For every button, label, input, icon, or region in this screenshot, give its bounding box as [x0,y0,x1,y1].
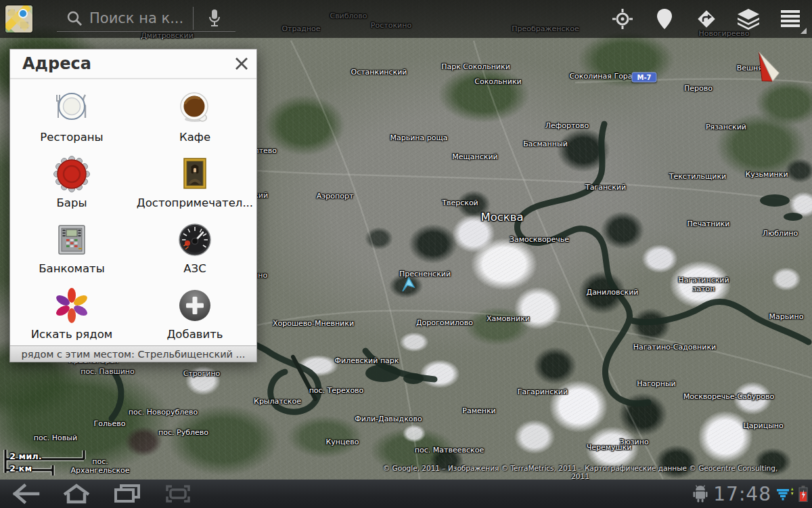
dialog-title: Адреса [22,54,227,73]
directions-button[interactable] [692,3,721,35]
my-location-icon [612,8,633,30]
close-button[interactable] [227,50,256,77]
search-placeholder: Поиск на к... [89,10,193,26]
place-item-add[interactable]: Добавить [133,280,256,346]
battery-icon [798,486,808,502]
recents-icon [114,484,141,504]
menu-icon [780,9,800,28]
gas-station-icon [176,221,214,259]
map-copyright: © Google, 2011 – Изображения © TerraMetr… [382,464,778,480]
place-item-attractions[interactable]: Достопримечател... [133,149,256,215]
near-place-label: рядом с этим местом: Стрельбищенский ... [22,349,246,360]
places-grid: Рестораны Кафе Бары Достопримечател... [10,79,256,346]
action-bar: Поиск на к... [0,0,812,38]
back-button[interactable] [0,480,51,508]
place-item-label: Кафе [179,131,210,144]
screenshot-button[interactable] [152,480,203,508]
layers-button[interactable] [734,3,763,35]
screenshot-icon [164,484,192,503]
android-robot-icon [692,485,708,503]
close-icon [234,56,249,71]
clock: 17:48 [713,483,771,505]
home-button[interactable] [51,480,102,508]
place-item-label: АЗС [183,262,206,275]
mic-icon [208,9,221,28]
place-item-search-nearby[interactable]: Искать рядом [10,280,133,346]
search-icon [66,10,83,26]
home-icon [62,484,91,504]
compass-north-icon[interactable] [747,47,786,89]
search-input[interactable]: Поиск на к... [57,5,235,32]
place-item-label: Добавить [166,328,223,341]
add-icon [176,287,214,324]
signal-icon [776,485,794,503]
bars-icon [53,155,91,193]
places-button[interactable] [650,3,679,35]
place-item-label: Рестораны [40,131,103,144]
current-location-marker-icon [401,276,417,294]
atms-icon [53,221,91,259]
back-icon [11,484,41,504]
places-dialog: Адреса Рестораны Кафе Бары [9,49,257,362]
place-pin-icon [656,7,673,30]
place-item-bars[interactable]: Бары [10,149,133,215]
place-item-cafe[interactable]: Кафе [133,83,256,149]
layers-icon [737,8,760,30]
maps-app-icon[interactable] [5,5,32,33]
place-item-restaurants[interactable]: Рестораны [10,83,133,149]
road-shield-m7: М-7 [631,72,656,83]
resize-corner-icon [800,28,807,34]
scale-km-label: 2 км [9,463,32,473]
cafe-icon [176,89,214,127]
place-item-label: Искать рядом [31,328,112,341]
restaurants-icon [53,89,91,127]
recent-apps-button[interactable] [102,480,152,508]
place-item-label: Достопримечател... [137,196,253,209]
places-dialog-footer[interactable]: рядом с этим местом: Стрельбищенский ... [10,345,256,362]
scale-miles-label: 2 мил. [9,451,42,461]
mic-button[interactable] [193,7,235,30]
search-nearby-icon [53,287,91,324]
place-item-label: Банкоматы [39,262,104,275]
system-navigation-bar: 17:48 [0,480,812,508]
place-item-label: Бары [57,196,87,209]
directions-icon [695,7,718,30]
my-location-button[interactable] [608,3,637,35]
place-item-atms[interactable]: Банкоматы [10,215,133,280]
attractions-icon [176,155,214,193]
places-dialog-header: Адреса [10,49,256,79]
place-item-gas-stations[interactable]: АЗС [133,215,256,280]
